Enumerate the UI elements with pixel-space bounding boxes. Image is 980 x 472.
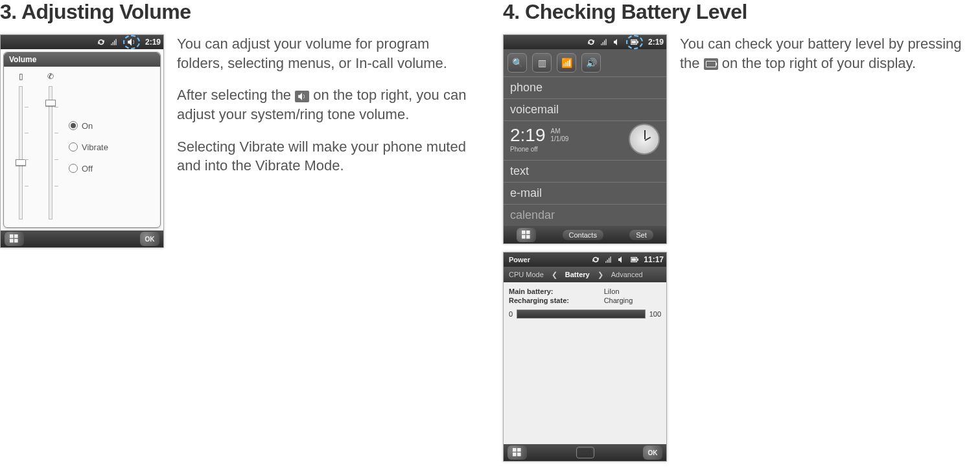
battery-icon-highlight [626,35,643,49]
radio-on[interactable]: On [69,121,155,131]
signal-app-icon[interactable]: 📶 [557,53,576,73]
launcher-row: 🔍 ▥ 📶 🔊 [504,49,666,76]
radio-icon [69,121,78,130]
volume-icon-highlight [123,35,140,49]
status-time: 2:19 [145,38,161,47]
svg-rect-1 [14,234,18,238]
sync-icon [592,256,600,264]
radio-icon [69,142,78,152]
signal-icon [110,38,118,46]
volume-icon[interactable] [613,38,621,46]
volume-screenshot: 2:19 Volume ▯ [0,34,164,248]
svg-rect-8 [526,230,530,234]
section-title-battery: 4. Checking Battery Level [503,0,980,24]
volume-icon[interactable] [127,38,136,47]
chevron-left-icon[interactable]: ❮ [549,271,560,279]
radio-on-label: On [82,121,93,131]
svg-rect-13 [632,258,636,261]
ring-volume-slider[interactable]: ✆ [39,72,62,222]
home-screenshot: 2:19 🔍 ▥ 📶 🔊 phone voicemail [503,34,667,244]
start-button[interactable] [517,228,536,242]
text-fragment: After selecting the [177,87,295,103]
recharge-value: Charging [604,297,661,304]
battery-bar-max: 100 [649,310,661,318]
battery-progress-bar [517,309,646,319]
clock-date: 1/1/09 [551,135,569,143]
main-battery-label: Main battery: [509,287,598,295]
svg-rect-17 [517,453,521,456]
radio-icon [69,164,78,173]
contacts-button[interactable]: Contacts [563,230,603,240]
section-title-volume: 3. Adjusting Volume [0,0,477,24]
volume-para-3: Selecting Vibrate will make your phone m… [177,137,477,175]
signal-icon [600,38,608,46]
tab-advanced[interactable]: Advanced [606,271,648,278]
radio-off[interactable]: Off [69,164,155,174]
svg-rect-6 [631,41,636,43]
keyboard-icon[interactable]: ⌨ [576,447,594,458]
ok-button[interactable]: OK [643,445,662,460]
clock-ampm: AM [551,128,569,135]
app-icon[interactable]: ▥ [532,53,552,73]
svg-rect-15 [517,448,521,452]
volume-para-2: After selecting the on the top right, yo… [177,85,477,124]
home-item-email[interactable]: e-mail [504,182,666,204]
home-item-phone[interactable]: phone [504,76,666,98]
svg-rect-12 [638,258,639,260]
home-item-voicemail[interactable]: voicemail [504,98,666,120]
volume-popup: Volume ▯ ✆ [3,52,161,228]
analog-clock-icon [629,124,660,155]
start-button[interactable] [5,232,24,246]
battery-para-1: You can check your battery level by pres… [680,34,980,73]
phone-state: Phone off [510,146,546,153]
recharge-label: Recharging state: [509,297,598,304]
ok-button[interactable]: OK [140,232,159,246]
system-volume-slider[interactable]: ▯ [9,72,32,222]
svg-rect-2 [10,239,14,243]
home-clock-row[interactable]: 2:19 Phone off AM 1/1/09 [504,120,666,160]
battery-bar-min: 0 [509,310,513,318]
volume-popup-title: Volume [4,52,160,67]
tab-cpu[interactable]: CPU Mode [504,271,549,278]
text-fragment: on the top right of your display. [722,55,916,71]
power-tabs: CPU Mode ❮ Battery ❯ Advanced [504,267,666,282]
radio-vibrate[interactable]: Vibrate [69,142,155,152]
svg-rect-3 [14,239,18,243]
radio-off-label: Off [82,164,93,174]
speaker-icon [295,91,309,102]
volume-icon[interactable] [618,256,625,264]
device-icon: ▯ [19,72,23,84]
svg-rect-10 [526,235,530,239]
zoom-icon[interactable]: 🔍 [508,53,527,73]
svg-rect-7 [522,230,526,234]
home-item-text[interactable]: text [504,160,666,182]
status-time: 2:19 [648,38,664,47]
svg-rect-16 [513,453,517,456]
power-title: Power [506,256,530,264]
home-item-calendar[interactable]: calendar [504,204,666,226]
svg-rect-0 [10,234,14,238]
signal-icon [605,256,612,264]
set-button[interactable]: Set [629,230,653,240]
battery-icon[interactable] [631,38,638,46]
sync-icon [587,38,595,46]
sound-app-icon[interactable]: 🔊 [581,53,601,73]
clock-time: 2:19 [510,125,546,146]
statusbar: 2:19 [1,35,163,49]
bottombar: OK [1,230,163,247]
battery-icon [704,58,718,70]
svg-rect-14 [513,448,517,452]
battery-icon[interactable] [631,256,638,264]
chevron-right-icon[interactable]: ❯ [595,271,606,279]
tab-battery[interactable]: Battery [560,271,595,278]
sync-icon [97,38,105,46]
status-time: 11:17 [644,255,664,264]
statusbar: Power 11:17 [504,253,666,267]
svg-rect-9 [522,235,526,239]
start-button[interactable] [508,445,527,460]
statusbar: 2:19 [504,35,666,49]
power-screenshot: Power 11:17 CPU Mode ❮ Battery ❯ [503,252,667,462]
radio-vibrate-label: Vibrate [82,142,108,152]
svg-rect-5 [637,41,638,43]
phone-ring-icon: ✆ [47,72,54,84]
